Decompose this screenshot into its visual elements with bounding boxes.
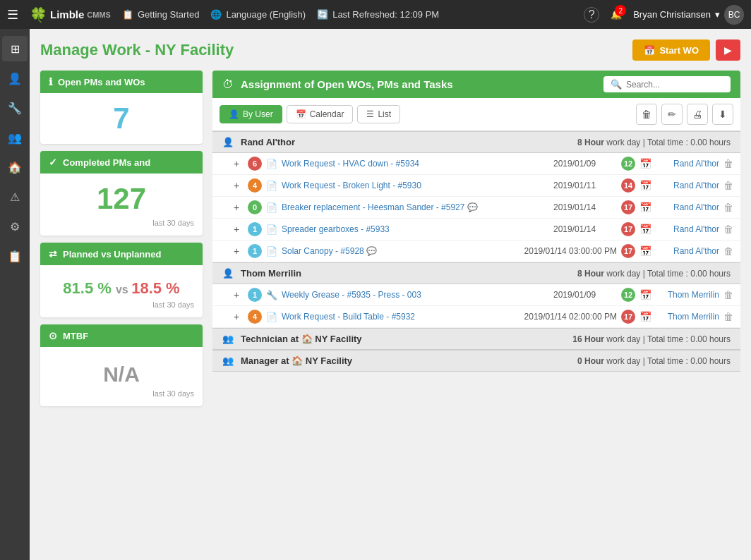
work-item-count-badge: 17 <box>621 222 635 236</box>
work-item-link[interactable]: Work Request - Broken Light - #5930 <box>282 181 549 190</box>
document-icon: 📄 <box>266 181 277 191</box>
planned-vs-unplanned-card: ⇄ Planned vs Unplanned 81.5 % vs 18.5 % … <box>40 243 203 317</box>
sidebar-item-assets[interactable]: 👥 <box>2 125 28 150</box>
sidebar-item-home[interactable]: 🏠 <box>2 154 28 180</box>
work-item-assigned[interactable]: Rand Al'thor <box>656 181 719 190</box>
expand-icon[interactable]: + <box>234 289 244 300</box>
getting-started-nav[interactable]: 📋 Getting Started <box>122 9 199 20</box>
checkmark-icon: ✓ <box>49 157 57 168</box>
work-item: + 1 📄 Spreader gearboxes - #5933 2019/01… <box>212 219 740 241</box>
completed-pms-body: 127 last 30 days <box>40 174 203 236</box>
priority-badge: 6 <box>248 157 262 171</box>
work-item-assigned[interactable]: Thom Merrilin <box>656 312 719 322</box>
delete-item-icon[interactable]: 🗑 <box>723 224 733 235</box>
language-nav[interactable]: 🌐 Language (English) <box>210 9 306 20</box>
user-group-manager: 👥 Manager at 🏠 NY Facility 0 Hour work d… <box>212 350 740 372</box>
open-pms-header: ℹ Open PMs and WOs <box>40 71 203 93</box>
user-group-icon: 👤 <box>222 268 234 279</box>
user-name: Bryan Christiansen <box>633 9 711 20</box>
expand-icon[interactable]: + <box>234 202 244 213</box>
delete-item-icon[interactable]: 🗑 <box>723 158 733 169</box>
priority-badge: 4 <box>248 310 262 324</box>
completed-pms-card: ✓ Completed PMs and 127 last 30 days <box>40 151 203 236</box>
list-view-icon: ☰ <box>366 109 374 119</box>
priority-badge: 1 <box>248 222 262 236</box>
search-box: 🔍 <box>603 76 731 92</box>
left-sidebar: ⊞ 👤 🔧 👥 🏠 ⚠ ⚙ 📋 <box>0 29 30 560</box>
work-item-link[interactable]: Breaker replacement - Heesman Sander - #… <box>282 202 549 212</box>
notification-badge: 2 <box>615 5 626 16</box>
user-menu[interactable]: Bryan Christiansen ▾ BC <box>633 5 744 25</box>
work-item: + 4 📄 Work Request - Broken Light - #593… <box>212 175 740 197</box>
work-item-assigned[interactable]: Rand Al'thor <box>656 246 719 256</box>
work-item-link[interactable]: Spreader gearboxes - #5933 <box>282 224 549 234</box>
left-cards: ℹ Open PMs and WOs 7 ✓ Completed PMs and… <box>40 71 203 406</box>
delete-toolbar-button[interactable]: 🗑 <box>636 104 657 125</box>
download-toolbar-button[interactable]: ⬇ <box>712 104 733 125</box>
work-item-assigned[interactable]: Rand Al'thor <box>656 224 719 234</box>
sidebar-item-dashboard[interactable]: ⊞ <box>2 36 28 61</box>
document-icon: 📄 <box>266 202 277 213</box>
work-item-count-badge: 17 <box>621 310 635 324</box>
open-pms-body: 7 <box>40 93 203 144</box>
wrench-icon: 🔧 <box>266 290 277 300</box>
calendar-item-icon: 📅 <box>639 245 651 257</box>
work-item-count-badge: 17 <box>621 200 635 214</box>
work-item-link[interactable]: Solar Canopy - #5928 💬 <box>282 246 520 256</box>
work-item: + 1 🔧 Weekly Grease - #5935 - Press - 00… <box>212 284 740 306</box>
delete-item-icon[interactable]: 🗑 <box>723 245 733 257</box>
edit-toolbar-button[interactable]: ✏ <box>661 104 683 125</box>
expand-icon[interactable]: + <box>234 180 244 191</box>
work-item-count-badge: 12 <box>621 157 635 171</box>
sidebar-item-reports[interactable]: 📋 <box>2 243 28 269</box>
notifications-bell[interactable]: 🔔 2 <box>611 9 622 20</box>
refresh-nav[interactable]: 🔄 Last Refreshed: 12:09 PM <box>317 9 439 20</box>
hamburger-menu[interactable]: ☰ <box>7 7 18 23</box>
calendar-item-icon: 📅 <box>639 180 651 191</box>
work-item-link[interactable]: Work Request - Build Table - #5932 <box>282 312 520 322</box>
work-item-link[interactable]: Work Request - HVAC down - #5934 <box>282 159 549 169</box>
delete-item-icon[interactable]: 🗑 <box>723 180 733 191</box>
mtbf-card: ⊙ MTBF N/A last 30 days <box>40 324 203 406</box>
play-button[interactable]: ▶ <box>716 39 740 61</box>
mtbf-header: ⊙ MTBF <box>40 324 203 347</box>
priority-badge: 0 <box>248 200 262 214</box>
open-pms-card: ℹ Open PMs and WOs 7 <box>40 71 203 144</box>
expand-icon[interactable]: + <box>234 224 244 235</box>
open-pms-value: 7 <box>49 102 194 135</box>
sidebar-item-maintenance[interactable]: 🔧 <box>2 95 28 121</box>
search-input[interactable] <box>626 80 723 90</box>
document-icon: 📄 <box>266 224 277 235</box>
priority-badge: 1 <box>248 244 262 258</box>
expand-icon[interactable]: + <box>234 311 244 322</box>
delete-item-icon[interactable]: 🗑 <box>723 202 733 213</box>
expand-icon[interactable]: + <box>234 245 244 257</box>
assignment-header: ⏱ Assignment of Open WOs, PMs and Tasks … <box>212 71 740 98</box>
work-item-date: 2019/01/14 03:00:00 PM <box>524 246 617 256</box>
help-nav[interactable]: ? <box>584 7 599 23</box>
user-group-technician: 👥 Technician at 🏠 NY Facility 16 Hour wo… <box>212 328 740 350</box>
user-dropdown-arrow: ▾ <box>715 9 720 20</box>
delete-item-icon[interactable]: 🗑 <box>723 289 733 300</box>
completed-pms-value: 127 <box>49 182 194 216</box>
by-user-button[interactable]: 👤 By User <box>220 105 282 123</box>
sidebar-item-settings[interactable]: ⚙ <box>2 214 28 239</box>
completed-pms-subtitle: last 30 days <box>49 219 194 227</box>
delete-item-icon[interactable]: 🗑 <box>723 311 733 322</box>
clock-icon: ⊙ <box>49 330 57 341</box>
list-view-button[interactable]: ☰ List <box>357 105 400 123</box>
calendar-view-button[interactable]: 📅 Calendar <box>287 105 354 123</box>
sidebar-item-alerts[interactable]: ⚠ <box>2 184 28 209</box>
work-item-assigned[interactable]: Thom Merrilin <box>656 290 719 300</box>
work-item: + 0 📄 Breaker replacement - Heesman Sand… <box>212 197 740 219</box>
start-wo-button[interactable]: 📅 Start WO <box>632 39 710 61</box>
user-group-thom: 👤 Thom Merrilin 8 Hour work day | Total … <box>212 262 740 284</box>
expand-icon[interactable]: + <box>234 158 244 169</box>
work-item-assigned[interactable]: Rand Al'thor <box>656 202 719 212</box>
work-item-assigned[interactable]: Rand Al'thor <box>656 159 719 169</box>
sidebar-item-people[interactable]: 👤 <box>2 66 28 91</box>
document-icon: 📄 <box>266 246 277 257</box>
work-item-link[interactable]: Weekly Grease - #5935 - Press - 003 <box>282 290 549 300</box>
calendar-item-icon: 📅 <box>639 158 651 169</box>
print-toolbar-button[interactable]: 🖨 <box>687 104 708 125</box>
